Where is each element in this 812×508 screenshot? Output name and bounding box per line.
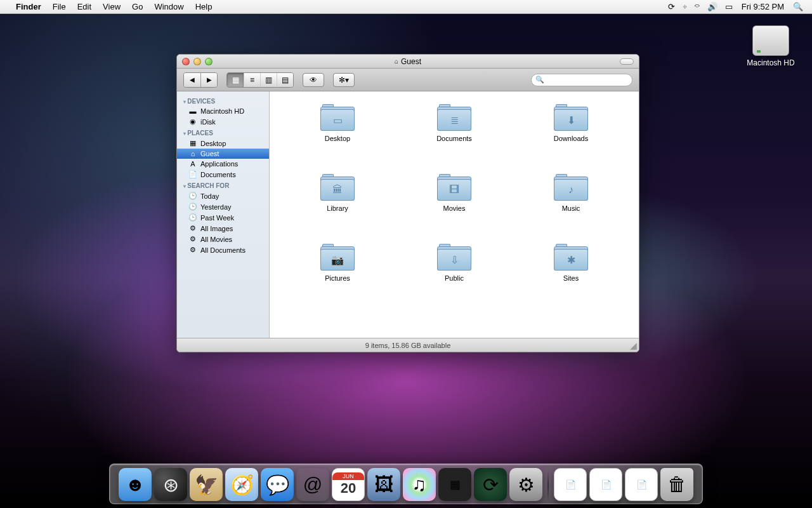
dock-timemachine[interactable]: ⟳ — [474, 468, 507, 501]
folder-label: Library — [303, 204, 372, 212]
forward-button[interactable]: ▶ — [200, 73, 217, 87]
icon-view-button[interactable]: ▦ — [227, 73, 244, 87]
quicklook-button[interactable]: 👁 — [303, 73, 324, 87]
nav-buttons: ◀ ▶ — [183, 72, 218, 88]
column-view-button[interactable]: ▥ — [260, 73, 277, 87]
wifi-icon[interactable]: ⌔ — [691, 2, 704, 11]
sidebar-item-macintosh-hd[interactable]: ▬Macintosh HD — [177, 106, 269, 116]
dock-document-1[interactable]: 📄 — [554, 468, 587, 501]
sidebar-item-documents[interactable]: 📄Documents — [177, 169, 269, 180]
dock-dashboard[interactable]: ⊛ — [154, 468, 187, 501]
dock-trash[interactable]: 🗑 — [660, 468, 693, 501]
folder-icon: 📷 — [320, 244, 355, 271]
folder-icon: 🏛 — [320, 174, 355, 201]
sidebar-section-header[interactable]: PLACES — [177, 127, 269, 138]
sidebar-item-label: All Documents — [200, 246, 246, 254]
dock-separator — [547, 471, 549, 501]
dock-ical[interactable]: JUN 20 — [332, 468, 365, 501]
dock-spaces[interactable]: ▦ — [438, 468, 471, 501]
sidebar-item-all-images[interactable]: ⚙All Images — [177, 223, 269, 234]
menu-window[interactable]: Window — [148, 2, 189, 11]
sidebar-item-all-movies[interactable]: ⚙All Movies — [177, 234, 269, 244]
desktop[interactable]: Finder File Edit View Go Window Help ⟳ ⌖… — [0, 0, 812, 508]
search-icon: 🔍 — [535, 76, 544, 84]
sidebar-item-desktop[interactable]: ▦Desktop — [177, 138, 269, 149]
menu-edit[interactable]: Edit — [72, 2, 97, 11]
folder-desktop[interactable]: ▭Desktop — [303, 104, 372, 168]
desktop-icon-macintosh-hd[interactable]: Macintosh HD — [742, 25, 799, 67]
dock-preview[interactable]: 🖼 — [367, 468, 400, 501]
menu-app[interactable]: Finder — [10, 2, 47, 11]
view-mode-buttons: ▦ ≡ ▥ ▤ — [226, 72, 294, 88]
sidebar-item-label: All Movies — [200, 236, 232, 243]
resize-handle[interactable]: ◢ — [630, 340, 637, 351]
hdd-icon: ▬ — [188, 107, 197, 115]
menubar-clock[interactable]: Fri 9:52 PM — [737, 2, 789, 11]
folder-pictures[interactable]: 📷Pictures — [303, 244, 372, 307]
dock-addressbook[interactable]: @ — [296, 468, 329, 501]
folder-library[interactable]: 🏛Library — [303, 174, 372, 237]
menu-go[interactable]: Go — [126, 2, 148, 11]
minimize-button[interactable] — [193, 58, 201, 65]
sidebar-item-idisk[interactable]: ◉iDisk — [177, 116, 269, 127]
sidebar-item-label: Desktop — [200, 140, 226, 147]
back-button[interactable]: ◀ — [184, 73, 200, 87]
window-titlebar[interactable]: ⌂ Guest — [177, 55, 639, 69]
clock-icon: 🕒 — [188, 203, 197, 211]
folder-icon: ⬇ — [554, 104, 588, 131]
dock-finder[interactable]: ☻ — [119, 468, 152, 501]
calendar-month: JUN — [332, 472, 364, 480]
sidebar-item-yesterday[interactable]: 🕒Yesterday — [177, 201, 269, 212]
window-title: Guest — [401, 57, 421, 66]
folder-public[interactable]: ⇩Public — [419, 244, 489, 307]
home-icon: ⌂ — [395, 58, 398, 65]
status-text: 9 items, 15.86 GB available — [365, 342, 451, 349]
folder-documents[interactable]: ≣Documents — [419, 104, 489, 168]
toolbar-toggle-button[interactable] — [620, 58, 634, 65]
finder-window[interactable]: ⌂ Guest ◀ ▶ ▦ ≡ ▥ ▤ 👁 ✻▾ 🔍 DEVICES▬Mac — [176, 54, 639, 352]
menu-help[interactable]: Help — [190, 2, 218, 11]
sidebar-section-header[interactable]: SEARCH FOR — [177, 180, 269, 190]
folder-icon: ♪ — [554, 174, 588, 201]
sidebar-item-past-week[interactable]: 🕒Past Week — [177, 212, 269, 223]
dock-mail[interactable]: 🦅 — [190, 468, 223, 501]
list-view-button[interactable]: ≡ — [244, 73, 260, 87]
sidebar-item-label: Applications — [200, 160, 238, 168]
menu-view[interactable]: View — [97, 2, 126, 11]
close-button[interactable] — [182, 58, 190, 65]
folder-sites[interactable]: ✱Sites — [536, 244, 606, 307]
timemachine-menu-icon[interactable]: ⟳ — [664, 2, 679, 11]
dock-itunes[interactable]: ♫ — [403, 468, 436, 501]
hdd-icon — [752, 25, 789, 56]
dock-systemprefs[interactable]: ⚙ — [509, 468, 542, 501]
battery-icon[interactable]: ▭ — [721, 2, 737, 11]
zoom-button[interactable] — [205, 58, 213, 65]
volume-icon[interactable]: 🔊 — [704, 2, 721, 11]
search-input[interactable] — [531, 74, 632, 86]
sidebar-item-applications[interactable]: AApplications — [177, 159, 269, 169]
folder-label: Pictures — [303, 274, 372, 282]
menu-file[interactable]: File — [47, 2, 72, 11]
dock-document-2[interactable]: 📄 — [589, 468, 622, 501]
sidebar-section-header[interactable]: DEVICES — [177, 95, 269, 106]
folder-label: Desktop — [303, 135, 372, 142]
dock-safari[interactable]: 🧭 — [225, 468, 258, 501]
coverflow-view-button[interactable]: ▤ — [277, 73, 293, 87]
folder-downloads[interactable]: ⬇Downloads — [536, 104, 606, 168]
action-menu-button[interactable]: ✻▾ — [333, 73, 355, 87]
folder-icon: ✱ — [554, 244, 588, 271]
folder-movies[interactable]: 🎞Movies — [419, 174, 489, 237]
folder-content[interactable]: ▭Desktop≣Documents⬇Downloads🏛Library🎞Mov… — [270, 91, 639, 338]
calendar-day: 20 — [341, 480, 356, 497]
sidebar-item-guest[interactable]: ⌂Guest — [177, 149, 269, 159]
sidebar-item-all-documents[interactable]: ⚙All Documents — [177, 244, 269, 255]
folder-music[interactable]: ♪Music — [536, 174, 606, 237]
dock-document-3[interactable]: 📄 — [625, 468, 658, 501]
spotlight-icon[interactable]: 🔍 — [789, 2, 807, 11]
bluetooth-icon[interactable]: ⌖ — [679, 2, 691, 12]
folder-label: Movies — [419, 204, 489, 212]
sidebar-item-label: Today — [200, 192, 219, 200]
dock-ichat[interactable]: 💬 — [261, 468, 294, 501]
apps-icon: A — [188, 160, 197, 168]
sidebar-item-today[interactable]: 🕒Today — [177, 190, 269, 201]
